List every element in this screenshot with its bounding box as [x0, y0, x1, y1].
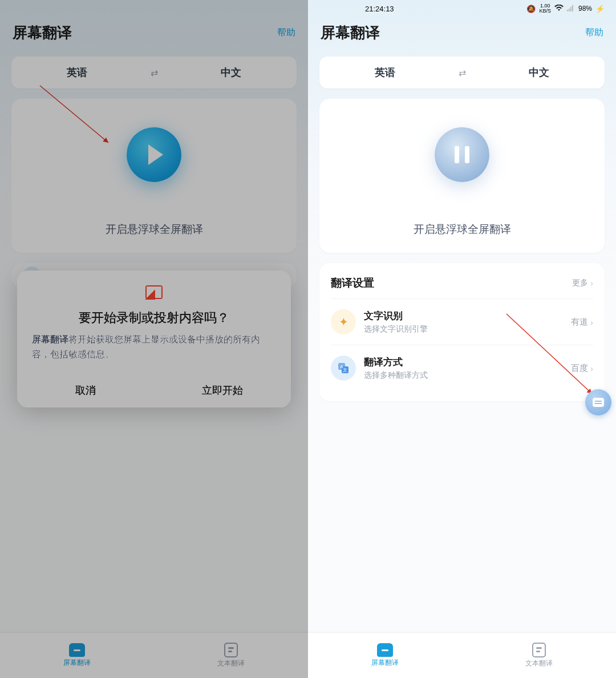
source-language[interactable]: 英语: [319, 66, 451, 79]
play-button[interactable]: [127, 127, 181, 182]
play-icon: [148, 144, 163, 165]
swap-icon[interactable]: ⇄: [451, 67, 473, 78]
wifi-icon: [554, 5, 564, 13]
main-caption: 开启悬浮球全屏翻译: [106, 222, 203, 237]
svg-rect-3: [570, 7, 572, 11]
nav-text-translate[interactable]: 文本翻译: [462, 633, 616, 678]
setting-name: 文字识别: [364, 309, 571, 322]
source-language[interactable]: 英语: [11, 66, 143, 79]
svg-rect-4: [572, 5, 573, 11]
dialog-actions: 取消 立即开始: [17, 373, 291, 407]
bottom-nav: 屏幕翻译 文本翻译: [308, 632, 616, 678]
floating-chat-button[interactable]: [585, 389, 611, 415]
help-link[interactable]: 帮助: [585, 27, 603, 39]
setting-value: 百度›: [571, 363, 593, 374]
svg-rect-1: [567, 10, 568, 11]
chevron-right-icon: ›: [590, 279, 593, 288]
page-title: 屏幕翻译: [321, 23, 380, 43]
page-title: 屏幕翻译: [13, 23, 72, 43]
setting-desc: 选择多种翻译方式: [364, 370, 571, 381]
confirm-button[interactable]: 立即开始: [155, 373, 291, 407]
right-screenshot: 21:24:13 🔕 1.00KB/S 98% ⚡ 屏幕翻译 帮助 英语 ⇄ 中…: [308, 0, 616, 678]
header: 屏幕翻译 帮助: [0, 0, 308, 49]
svg-text:文: 文: [343, 368, 347, 373]
signal-icon: [567, 5, 575, 13]
mute-icon: 🔕: [526, 5, 536, 13]
nav-label: 屏幕翻译: [371, 658, 399, 668]
nav-label: 文本翻译: [217, 659, 245, 668]
target-language[interactable]: 中文: [165, 66, 297, 79]
swap-icon[interactable]: ⇄: [143, 67, 165, 78]
home-icon: [69, 643, 85, 657]
permission-dialog: 要开始录制或投射内容吗？ 屏幕翻译将开始获取您屏幕上显示或设备中播放的所有内容，…: [17, 271, 291, 407]
setting-desc: 选择文字识别引擎: [364, 324, 571, 334]
nav-label: 屏幕翻译: [63, 658, 91, 668]
language-selector[interactable]: 英语 ⇄ 中文: [319, 56, 605, 88]
dialog-title: 要开始录制或投射内容吗？: [32, 309, 276, 326]
nav-text-translate[interactable]: 文本翻译: [154, 633, 308, 678]
chevron-right-icon: ›: [590, 317, 593, 327]
chevron-right-icon: ›: [590, 364, 593, 373]
nav-screen-translate[interactable]: 屏幕翻译: [308, 633, 462, 678]
settings-title: 翻译设置: [331, 276, 374, 290]
help-link[interactable]: 帮助: [277, 27, 295, 39]
bottom-nav: 屏幕翻译 文本翻译: [0, 632, 308, 678]
dialog-text: 屏幕翻译将开始获取您屏幕上显示或设备中播放的所有内容，包括敏感信息。: [32, 332, 276, 361]
chat-icon: [593, 398, 604, 407]
settings-header: 翻译设置 更多›: [331, 273, 593, 298]
status-time: 21:24:13: [365, 5, 394, 13]
cast-icon: [145, 285, 163, 299]
setting-value: 有道›: [571, 317, 593, 328]
home-icon: [377, 643, 393, 657]
status-right: 🔕 1.00KB/S 98% ⚡: [526, 3, 605, 14]
cancel-button[interactable]: 取消: [17, 373, 155, 407]
settings-card: 翻译设置 更多› ✦ 文字识别 选择文字识别引擎 有道› A文 翻译方式 选择多…: [319, 263, 605, 401]
translate-icon: A文: [331, 356, 356, 381]
main-action-card: 开启悬浮球全屏翻译: [11, 99, 297, 253]
language-selector[interactable]: 英语 ⇄ 中文: [11, 56, 297, 88]
status-bar: 21:24:13 🔕 1.00KB/S 98% ⚡: [308, 0, 616, 17]
svg-rect-2: [569, 9, 570, 11]
main-caption: 开启悬浮球全屏翻译: [414, 222, 511, 237]
battery-percent: 98%: [578, 5, 592, 13]
nav-label: 文本翻译: [525, 659, 553, 668]
main-action-card: 开启悬浮球全屏翻译: [319, 99, 605, 253]
left-screenshot: 屏幕翻译 帮助 英语 ⇄ 中文 开启悬浮球全屏翻译 选择多种翻译方式 屏幕翻译 …: [0, 0, 308, 678]
ocr-icon: ✦: [331, 309, 356, 334]
setting-name: 翻译方式: [364, 356, 571, 369]
document-icon: [532, 643, 546, 657]
charging-icon: ⚡: [595, 5, 605, 13]
nav-screen-translate[interactable]: 屏幕翻译: [0, 633, 154, 678]
setting-ocr[interactable]: ✦ 文字识别 选择文字识别引擎 有道›: [331, 298, 593, 345]
network-speed: 1.00KB/S: [539, 3, 551, 14]
target-language[interactable]: 中文: [473, 66, 605, 79]
pause-icon: [455, 146, 469, 163]
document-icon: [224, 643, 238, 657]
setting-translate-method[interactable]: A文 翻译方式 选择多种翻译方式 百度›: [331, 345, 593, 391]
pause-button[interactable]: [435, 127, 489, 182]
more-link[interactable]: 更多›: [572, 278, 593, 288]
